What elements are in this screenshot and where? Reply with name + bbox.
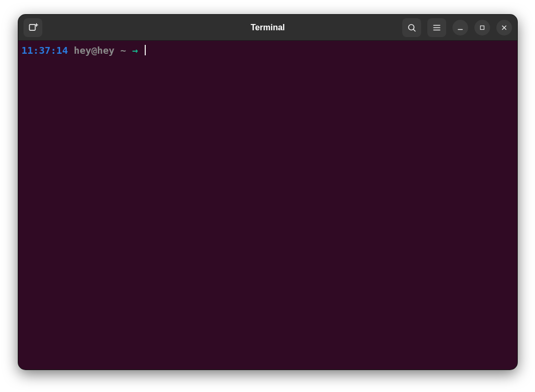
text-cursor (145, 45, 146, 55)
window-title: Terminal (251, 23, 285, 32)
hamburger-icon (432, 23, 441, 32)
svg-rect-9 (481, 26, 484, 29)
close-button[interactable] (496, 20, 512, 35)
titlebar-right (402, 18, 512, 37)
prompt-user-host: hey@hey (74, 45, 114, 56)
prompt-arrow: → (132, 45, 138, 56)
maximize-button[interactable] (474, 20, 490, 35)
close-icon (501, 24, 508, 31)
prompt-directory: ~ (120, 45, 126, 56)
svg-rect-0 (29, 25, 35, 30)
terminal-window: Terminal (18, 15, 517, 370)
prompt-time: 11:37:14 (21, 45, 68, 56)
new-tab-icon (28, 22, 38, 32)
search-button[interactable] (402, 18, 421, 37)
svg-line-4 (413, 29, 415, 31)
search-icon (407, 23, 416, 32)
new-tab-button[interactable] (24, 18, 42, 37)
titlebar: Terminal (18, 15, 517, 41)
terminal-view[interactable]: 11:37:14 hey@hey ~ → (18, 41, 517, 370)
minimize-icon (457, 24, 464, 31)
titlebar-left (24, 18, 42, 37)
minimize-button[interactable] (452, 20, 468, 35)
maximize-icon (479, 25, 485, 31)
menu-button[interactable] (427, 18, 446, 37)
